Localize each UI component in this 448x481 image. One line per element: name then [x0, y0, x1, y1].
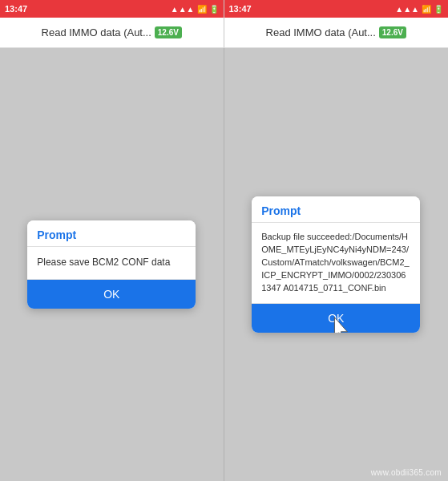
right-dialog-footer: OK	[252, 303, 420, 333]
status-bar-right: 13:47 ▲▲▲ 📶 🔋	[224, 0, 449, 18]
right-dialog-body: Backup file succeeded:/Documents/HOME_MT…	[252, 223, 420, 303]
status-icons-left: ▲▲▲ 📶 🔋	[171, 5, 219, 14]
time-right: 13:47	[229, 4, 252, 14]
header-right: Read IMMO data (Aut... 12.6V	[224, 18, 449, 48]
header-bar: Read IMMO data (Aut... 12.6V Read IMMO d…	[0, 18, 448, 48]
main-content: Prompt Please save BCM2 CONF data OK Pro…	[0, 48, 448, 481]
header-left: Read IMMO data (Aut... 12.6V	[0, 18, 224, 48]
left-ok-button[interactable]: OK	[27, 280, 196, 309]
status-bar-left: 13:47 ▲▲▲ 📶 🔋	[0, 0, 224, 18]
right-dialog: Prompt Backup file succeeded:/Documents/…	[252, 196, 420, 333]
right-ok-button[interactable]: OK	[252, 304, 420, 333]
header-title-left: Read IMMO data (Aut...	[42, 26, 151, 38]
left-dialog-footer: OK	[27, 279, 196, 309]
left-dialog-body: Please save BCM2 CONF data	[27, 247, 196, 279]
watermark: www.obdii365.com	[371, 468, 442, 477]
wifi-icon-right: 📶	[422, 5, 431, 14]
status-icons-right: ▲▲▲ 📶 🔋	[395, 5, 443, 14]
battery-icon-right: 🔋	[434, 5, 443, 14]
signal-icon: ▲▲▲	[171, 5, 195, 14]
wifi-icon: 📶	[197, 5, 207, 14]
time-left: 13:47	[5, 4, 27, 14]
left-dialog-title: Prompt	[27, 220, 196, 247]
status-bar: 13:47 ▲▲▲ 📶 🔋 13:47 ▲▲▲ 📶 🔋	[0, 0, 448, 18]
battery-icon: 🔋	[209, 5, 219, 14]
voltage-badge-right: 12.6V	[379, 26, 406, 38]
cursor-icon	[332, 316, 354, 333]
right-panel: Prompt Backup file succeeded:/Documents/…	[224, 48, 449, 481]
left-dialog: Prompt Please save BCM2 CONF data OK	[27, 220, 196, 309]
right-dialog-title: Prompt	[252, 196, 420, 223]
left-panel: Prompt Please save BCM2 CONF data OK	[0, 48, 224, 481]
header-title-right: Read IMMO data (Aut...	[266, 26, 376, 38]
voltage-badge-left: 12.6V	[155, 26, 182, 38]
signal-icon-right: ▲▲▲	[395, 5, 419, 14]
